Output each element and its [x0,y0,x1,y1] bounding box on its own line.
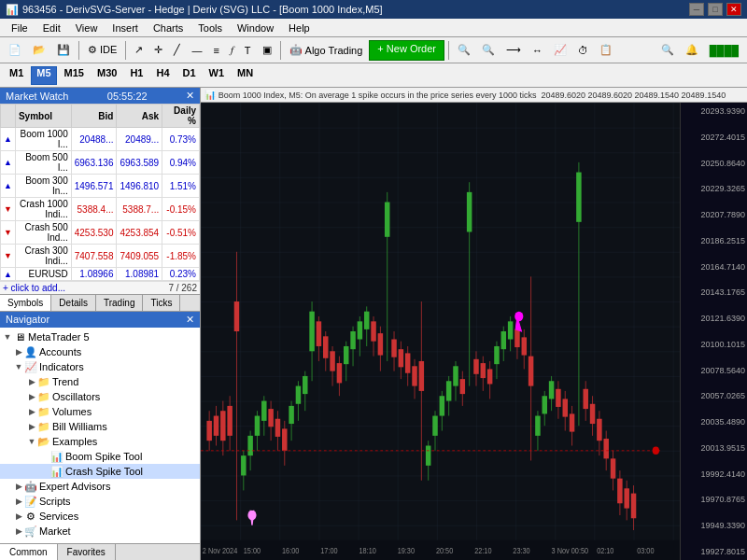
market-watch-row[interactable]: ▲ Boom 300 In... 1496.571 1496.810 1.51% [1,175,200,198]
arrow-tool[interactable]: ↗ [130,40,148,61]
tf-w1[interactable]: W1 [204,66,231,85]
menu-insert[interactable]: Insert [105,21,146,35]
auto-scroll-button[interactable]: ⟶ [501,40,526,61]
indicator-icon: 📊 [50,450,63,463]
nav-bill-williams-label: Bill Williams [52,421,107,432]
menu-tools[interactable]: Tools [190,21,230,35]
indicators-icon: 📈 [24,360,37,373]
tab-details[interactable]: Details [51,295,96,311]
navigator-close[interactable]: ✕ [186,314,194,326]
hline-tool[interactable]: — [187,40,206,61]
algo-label: Algo Trading [305,45,363,56]
tab-ticks[interactable]: Ticks [143,295,180,311]
fib-tool[interactable]: 𝑓 [226,40,238,61]
minimize-button[interactable]: ─ [689,3,704,16]
crosshair-tool[interactable]: ✛ [149,40,167,61]
nav-volumes[interactable]: ▶ 📁 Volumes [0,404,200,419]
text-tool[interactable]: T [240,40,256,61]
menu-charts[interactable]: Charts [146,21,190,35]
nav-crash-spike-tool[interactable]: 📊 Crash Spike Tool [0,464,200,479]
row-symbol: Crash 500 Ind... [15,221,71,245]
market-watch-row[interactable]: ▲ EURUSD 1.08966 1.08981 0.23% [1,268,200,281]
zoom-out-button[interactable]: 🔍 [477,40,500,61]
price-label-16: 19970.8765 [683,495,745,504]
tf-m15[interactable]: M15 [59,66,90,85]
tab-trading[interactable]: Trading [96,295,144,311]
navigator-header: Navigator ✕ [0,312,200,328]
nav-expert-advisors[interactable]: ▶ 🤖 Expert Advisors [0,479,200,494]
nav-boom-spike-tool[interactable]: 📊 Boom Spike Tool [0,449,200,464]
market-watch-row[interactable]: ▼ Crash 300 Indi... 7407.558 7409.055 -1… [1,245,200,268]
nav-accounts[interactable]: ▶ 👤 Accounts [0,344,200,359]
open-button[interactable]: 📂 [28,40,50,61]
timeframe-button[interactable]: ⏱ [573,40,593,61]
tf-m5[interactable]: M5 [31,66,56,85]
nav-trend[interactable]: ▶ 📁 Trend [0,374,200,389]
line-tool[interactable]: ╱ [169,40,185,61]
save-button[interactable]: 💾 [52,40,75,61]
alert-button[interactable]: 🔔 [681,40,703,61]
nav-indicators-label: Indicators [39,361,84,372]
shapes-tool[interactable]: ▣ [258,40,276,61]
close-button[interactable]: ✕ [726,3,741,16]
row-direction-icon: ▲ [1,175,16,198]
chart-canvas[interactable]: 2 Nov 2024 15:00 16:00 17:00 18:10 19:30… [201,103,680,560]
nav-market[interactable]: ▶ 🛒 Market [0,524,200,539]
navigator-tabs: Common Favorites [0,543,200,560]
nav-oscillators[interactable]: ▶ 📁 Oscillators [0,389,200,404]
col-symbol: Symbol [15,105,71,128]
zoom-in-button[interactable]: 🔍 [453,40,475,61]
add-symbol-button[interactable]: + click to add... [0,282,68,294]
algo-trading-button[interactable]: 🤖Algo Trading [285,40,368,61]
nav-metatrader5[interactable]: ▼ 🖥 MetaTrader 5 [0,329,200,344]
folder-icon: 📁 [37,405,50,418]
market-watch-row[interactable]: ▲ Boom 1000 I... 20488... 20489... 0.73% [1,128,200,151]
tf-m30[interactable]: M30 [92,66,122,85]
market-watch-row[interactable]: ▲ Boom 500 I... 6963.136 6963.589 0.94% [1,151,200,175]
tab-symbols[interactable]: Symbols [0,295,51,311]
folder-icon: 📁 [37,390,50,403]
menu-file[interactable]: File [4,21,35,35]
menu-window[interactable]: Window [230,21,281,35]
folder-open-icon: 📂 [37,435,50,448]
nav-tab-common[interactable]: Common [0,544,58,560]
nav-services[interactable]: ▶ ⚙ Services [0,509,200,524]
new-order-button[interactable]: + New Order [369,40,444,61]
indicator-list-button[interactable]: 📈 [549,40,571,61]
chart-shift-button[interactable]: ↔ [528,40,547,61]
menu-edit[interactable]: Edit [35,21,68,35]
svg-rect-87 [453,366,458,385]
search-button[interactable]: 🔍 [656,40,679,61]
new-chart-button[interactable]: 📄 [4,40,26,61]
nav-bill-williams[interactable]: ▶ 📁 Bill Williams [0,419,200,434]
svg-rect-95 [481,363,486,378]
market-watch-row[interactable]: ▼ Crash 500 Ind... 4253.530 4253.854 -0.… [1,221,200,245]
tf-d1[interactable]: D1 [177,66,202,85]
market-watch-row[interactable]: ▼ Crash 1000 Indi... 5388.4... 5388.7...… [1,198,200,221]
nav-tab-favorites[interactable]: Favorites [58,544,116,560]
nav-indicators[interactable]: ▼ 📈 Indicators [0,359,200,374]
svg-rect-33 [268,409,273,427]
tf-h1[interactable]: H1 [124,66,148,85]
svg-rect-29 [255,416,260,436]
chart-inner[interactable]: 2 Nov 2024 15:00 16:00 17:00 18:10 19:30… [201,103,747,560]
nav-examples[interactable]: ▼ 📂 Examples [0,434,200,449]
navigator-content[interactable]: ▼ 🖥 MetaTrader 5 ▶ 👤 Accounts ▼ 📈 Indica… [0,328,200,543]
menu-help[interactable]: Help [281,21,317,35]
algo-icon: 🤖 [289,44,303,56]
row-daily: 0.23% [162,268,200,281]
tf-mn[interactable]: MN [232,66,259,85]
tf-h4[interactable]: H4 [150,66,175,85]
maximize-button[interactable]: □ [708,3,723,16]
price-label-1: 20293.9390 [683,106,745,116]
svg-text:17:00: 17:00 [320,546,338,555]
nav-scripts[interactable]: ▶ 📝 Scripts [0,494,200,509]
menu-view[interactable]: View [68,21,106,35]
ide-button[interactable]: ⚙ IDE [83,40,121,61]
market-watch-close[interactable]: ✕ [186,90,194,102]
template-button[interactable]: 📋 [595,40,617,61]
svg-rect-119 [562,399,567,416]
row-daily: -0.15% [162,198,200,221]
channel-tool[interactable]: ≡ [208,40,223,61]
tf-m1[interactable]: M1 [4,66,29,85]
